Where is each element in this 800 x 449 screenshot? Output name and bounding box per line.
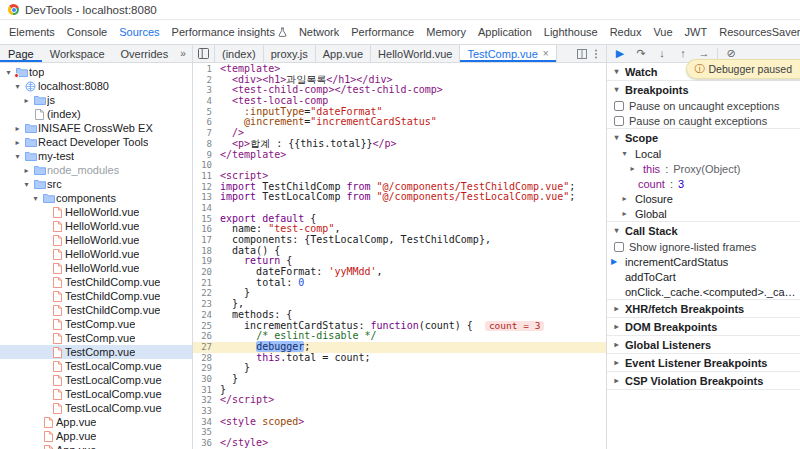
code-text[interactable]: }: [220, 385, 606, 396]
line-number[interactable]: 17: [193, 235, 220, 246]
stack-frame[interactable]: ▶incrementCardStatus: [607, 254, 800, 269]
tree-item-testchildcomp-vue[interactable]: TestChildComp.vue: [0, 303, 192, 317]
tree-item-react-developer-tools[interactable]: ▸React Developer Tools: [0, 135, 192, 149]
tab-lighthouse[interactable]: Lighthouse: [538, 20, 604, 44]
close-icon[interactable]: ×: [543, 48, 549, 59]
more-options-icon[interactable]: [591, 49, 601, 59]
tree-item-testcomp-vue[interactable]: TestComp.vue: [0, 317, 192, 331]
line-number[interactable]: 9: [193, 150, 220, 161]
line-number[interactable]: 6: [193, 117, 220, 128]
file-tab-testcomp-vue[interactable]: TestComp.vue×: [460, 45, 556, 62]
line-number[interactable]: 27: [193, 342, 220, 353]
line-number[interactable]: 31: [193, 385, 220, 396]
line-number[interactable]: 35: [193, 427, 220, 438]
checkbox[interactable]: [614, 242, 624, 252]
line-number[interactable]: 18: [193, 246, 220, 257]
line-number[interactable]: 7: [193, 128, 220, 139]
line-number[interactable]: 4: [193, 96, 220, 107]
code-text[interactable]: [220, 160, 606, 171]
chevron-right-icon[interactable]: ▸: [12, 124, 23, 133]
code-text[interactable]: this.total = count;: [220, 353, 606, 364]
sidebar-tab-overrides[interactable]: Overrides: [113, 45, 177, 62]
call-stack-section-header[interactable]: ▾ Call Stack: [607, 222, 800, 239]
code-text[interactable]: @increment="incrementCardStatus": [220, 117, 606, 128]
tree-item-testchildcomp-vue[interactable]: TestChildComp.vue: [0, 289, 192, 303]
chevron-down-icon[interactable]: ▾: [619, 149, 630, 158]
stack-frame[interactable]: onClick._cache.<computed>._cache.<comput…: [607, 284, 800, 299]
line-number[interactable]: 13: [193, 192, 220, 203]
code-text[interactable]: </script>: [220, 395, 606, 406]
line-number[interactable]: 8: [193, 139, 220, 150]
line-number[interactable]: 26: [193, 331, 220, 342]
code-text[interactable]: }: [220, 374, 606, 385]
line-number[interactable]: 32: [193, 395, 220, 406]
tree-item-js[interactable]: ▸js: [0, 93, 192, 107]
tab-performance[interactable]: Performance: [345, 20, 420, 44]
xhr-fetch-breakpoints-header[interactable]: ▸XHR/fetch Breakpoints: [607, 300, 800, 317]
line-number[interactable]: 19: [193, 256, 220, 267]
line-number[interactable]: 11: [193, 171, 220, 182]
tree-item-testlocalcomp-vue[interactable]: TestLocalComp.vue: [0, 387, 192, 401]
tree-item-my-test[interactable]: ▾my-test: [0, 149, 192, 163]
tree-item-localhost-8080[interactable]: ▾localhost:8080: [0, 79, 192, 93]
tree-item-testlocalcomp-vue[interactable]: TestLocalComp.vue: [0, 373, 192, 387]
tree-item-testlocalcomp-vue[interactable]: TestLocalComp.vue: [0, 401, 192, 415]
tab-console[interactable]: Console: [61, 20, 113, 44]
sidebar-tab-page[interactable]: Page: [0, 45, 42, 62]
resume-icon[interactable]: ▶: [610, 45, 630, 62]
code-text[interactable]: </style>: [220, 438, 606, 449]
line-number[interactable]: 5: [193, 107, 220, 118]
file-tab-helloworld-vue[interactable]: HelloWorld.vue: [371, 45, 460, 62]
chevron-down-icon[interactable]: ▾: [3, 68, 14, 77]
csp-violation-breakpoints-header[interactable]: ▸CSP Violation Breakpoints: [607, 372, 800, 389]
tab-elements[interactable]: Elements: [3, 20, 61, 44]
scope-group-closure[interactable]: ▸Closure: [607, 191, 800, 206]
tree-item-testlocalcomp-vue[interactable]: TestLocalComp.vue: [0, 359, 192, 373]
checkbox[interactable]: [614, 116, 624, 126]
line-number[interactable]: 28: [193, 353, 220, 364]
tab-vue[interactable]: Vue: [647, 20, 678, 44]
scope-group-global[interactable]: ▸Global: [607, 206, 800, 221]
code-text[interactable]: </template>: [220, 150, 606, 161]
tab-redux[interactable]: Redux: [604, 20, 648, 44]
line-number[interactable]: 25: [193, 321, 220, 332]
code-text[interactable]: [220, 427, 606, 438]
line-number[interactable]: 14: [193, 203, 220, 214]
line-number[interactable]: 30: [193, 374, 220, 385]
tab-performance-insights[interactable]: Performance insights: [166, 20, 293, 44]
code-text[interactable]: }: [220, 363, 606, 374]
event-listener-breakpoints-header[interactable]: ▸Event Listener Breakpoints: [607, 354, 800, 371]
code-text[interactable]: <style scoped>: [220, 417, 606, 428]
line-number[interactable]: 29: [193, 363, 220, 374]
tree-item-testcomp-vue[interactable]: TestComp.vue: [0, 331, 192, 345]
dom-breakpoints-header[interactable]: ▸DOM Breakpoints: [607, 318, 800, 335]
tab-memory[interactable]: Memory: [420, 20, 472, 44]
tab-jwt[interactable]: JWT: [679, 20, 714, 44]
line-number[interactable]: 3: [193, 85, 220, 96]
tree-item-index[interactable]: (index): [0, 107, 192, 121]
line-number[interactable]: 23: [193, 299, 220, 310]
line-number[interactable]: 24: [193, 310, 220, 321]
tree-item-app-vue[interactable]: App.vue: [0, 443, 192, 449]
code-text[interactable]: }: [220, 288, 606, 299]
line-number[interactable]: 15: [193, 214, 220, 225]
tree-item-app-vue[interactable]: App.vue: [0, 415, 192, 429]
split-editor-icon[interactable]: [577, 49, 587, 59]
line-number[interactable]: 33: [193, 406, 220, 417]
scope-variable[interactable]: count: 3: [607, 176, 800, 191]
line-number[interactable]: 34: [193, 417, 220, 428]
tree-item-testchildcomp-vue[interactable]: TestChildComp.vue: [0, 275, 192, 289]
tree-item-inisafe-crossweb-ex[interactable]: ▸INISAFE CrossWeb EX: [0, 121, 192, 135]
breakpoints-section-header[interactable]: ▾ Breakpoints: [607, 81, 800, 98]
chevron-down-icon[interactable]: ▾: [30, 194, 41, 203]
tab-application[interactable]: Application: [472, 20, 538, 44]
line-number[interactable]: 16: [193, 224, 220, 235]
tree-item-top[interactable]: ▾top: [0, 65, 192, 79]
chevron-right-icon[interactable]: ▸: [21, 166, 32, 175]
line-number[interactable]: 12: [193, 182, 220, 193]
tree-item-components[interactable]: ▾components: [0, 191, 192, 205]
scope-variable[interactable]: ▸this: Proxy(Object): [607, 161, 800, 176]
sidebar-tab-workspace[interactable]: Workspace: [42, 45, 113, 62]
chevron-down-icon[interactable]: ▾: [12, 152, 23, 161]
tab-list-icon[interactable]: [193, 45, 215, 62]
